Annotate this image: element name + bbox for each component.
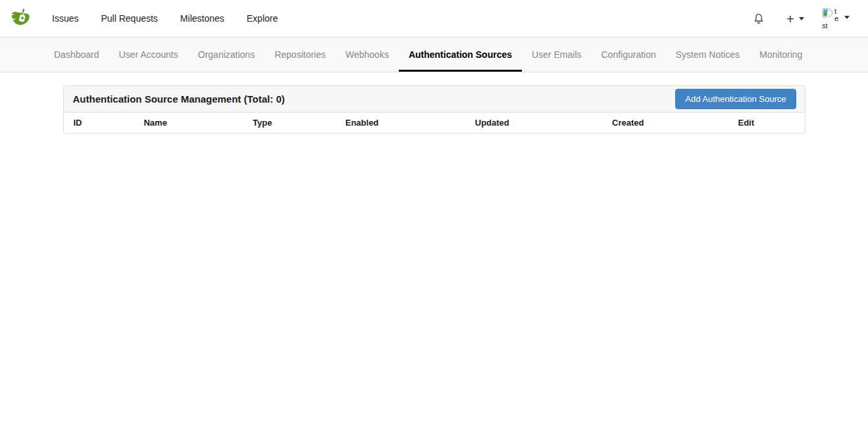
notifications-button[interactable] (742, 13, 775, 24)
nav-link-explore[interactable]: Explore (236, 0, 289, 37)
tab-configuration[interactable]: Configuration (592, 37, 666, 72)
home-logo-link[interactable] (9, 8, 30, 29)
add-authentication-source-button[interactable]: Add Authentication Source (675, 89, 796, 109)
tab-system-notices[interactable]: System Notices (666, 37, 750, 72)
nav-link-milestones[interactable]: Milestones (169, 0, 236, 37)
chevron-down-icon (844, 16, 850, 19)
nav-link-pull-requests[interactable]: Pull Requests (89, 0, 168, 37)
admin-tab-bar: Dashboard User Accounts Organizations Re… (0, 37, 868, 72)
auth-sources-panel: Authentication Source Management (Total:… (63, 86, 805, 134)
plus-icon: + (786, 12, 794, 26)
column-header-updated: Updated (465, 112, 602, 133)
column-header-name: Name (134, 112, 243, 133)
tab-user-emails[interactable]: User Emails (522, 37, 591, 72)
nav-link-issues[interactable]: Issues (41, 0, 89, 37)
page-title: Authentication Source Management (Total:… (73, 93, 285, 105)
user-menu-dropdown[interactable]: test (815, 8, 850, 30)
column-header-id: ID (64, 112, 134, 133)
column-header-edit: Edit (728, 112, 804, 133)
auth-sources-table-header: ID Name Type Enabled Updated Created Edi… (63, 112, 805, 134)
broken-image-icon (822, 8, 833, 19)
avatar: test (822, 8, 839, 30)
navbar-right: + test (742, 8, 850, 30)
create-new-dropdown[interactable]: + (775, 12, 815, 26)
bell-icon (753, 13, 764, 24)
tab-dashboard[interactable]: Dashboard (44, 37, 109, 72)
panel-header: Authentication Source Management (Total:… (63, 86, 805, 112)
column-header-type: Type (243, 112, 336, 133)
tab-authentication-sources[interactable]: Authentication Sources (399, 37, 522, 72)
tab-webhooks[interactable]: Webhooks (336, 37, 399, 72)
tab-user-accounts[interactable]: User Accounts (109, 37, 188, 72)
gitea-logo-icon (9, 8, 30, 29)
column-header-enabled: Enabled (336, 112, 465, 133)
tab-organizations[interactable]: Organizations (188, 37, 265, 72)
tab-repositories[interactable]: Repositories (265, 37, 336, 72)
tab-monitoring[interactable]: Monitoring (750, 37, 812, 72)
column-header-created: Created (602, 112, 728, 133)
chevron-down-icon (799, 17, 804, 20)
top-navbar: Issues Pull Requests Milestones Explore … (0, 0, 868, 37)
